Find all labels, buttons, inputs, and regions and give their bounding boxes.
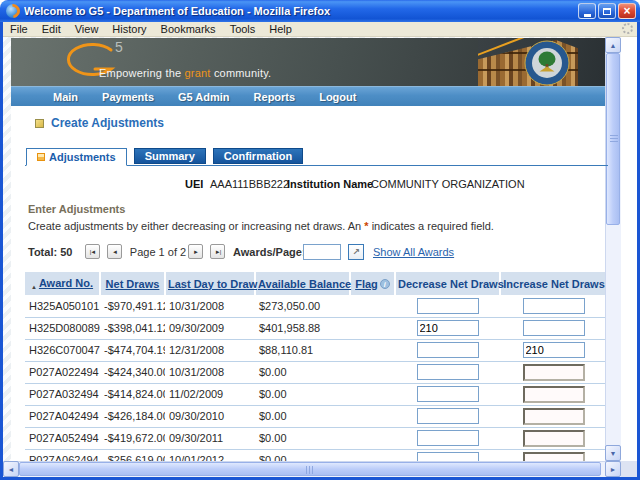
scroll-right-button[interactable]: ► [605,461,621,477]
col-header-flag[interactable]: Flagi [350,272,395,295]
last-day-cell: 11/02/2009 [165,383,255,405]
col-header-award-no[interactable]: ▲Award No. [25,272,100,295]
close-button[interactable]: × [618,3,636,19]
col-header-award-no-label: Award No. [39,277,93,289]
col-header-increase-label: Increase Net Draws [503,278,605,290]
flag-cell [350,405,395,427]
nav-item-logout[interactable]: Logout [307,91,368,103]
restore-button[interactable] [598,3,616,19]
tab-confirmation[interactable]: Confirmation [213,148,303,164]
increase-input[interactable] [523,342,585,358]
decrease-cell [395,449,500,461]
col-header-net-draws[interactable]: Net Draws [100,272,165,295]
table-row: P027A062494 -$256,619.00 10/01/2012 $0.0… [25,449,607,461]
total-count-label: Total: 50 [28,246,72,258]
table-body: H325A050101 -$970,491.12 10/31/2008 $273… [25,295,607,461]
menu-help[interactable]: Help [262,23,299,35]
horizontal-scrollbar[interactable]: ◄ ► [3,461,621,477]
net-draws-cell: -$419,672.00 [100,427,165,449]
tagline-post: community. [211,67,272,79]
col-header-flag-label: Flag [355,278,378,290]
instructions-post: indicates a required field. [369,220,494,232]
section-heading: Enter Adjustments [28,203,125,215]
award-no-cell: P027A032494 [25,383,100,405]
tab-adjustments-label: Adjustments [49,151,116,163]
info-icon[interactable]: i [380,279,390,289]
net-draws-cell: -$424,340.00 [100,361,165,383]
nav-item-reports[interactable]: Reports [242,91,308,103]
vertical-scrollbar-thumb[interactable] [606,53,620,225]
first-page-button[interactable]: |◄ [85,244,100,259]
decrease-input[interactable] [417,320,479,336]
decrease-input[interactable] [417,364,479,380]
increase-input[interactable] [523,364,585,381]
go-button[interactable]: ↗ [348,244,364,260]
next-page-button[interactable]: ► [188,244,203,259]
decrease-input[interactable] [417,298,479,314]
table-row: P027A042494 -$426,184.00 09/30/2010 $0.0… [25,405,607,427]
flag-cell [350,383,395,405]
previous-page-button[interactable]: ◄ [107,244,122,259]
net-draws-cell: -$398,041.12 [100,317,165,339]
last-day-cell: 09/30/2010 [165,405,255,427]
nav-item-main[interactable]: Main [41,91,90,103]
go-arrow-icon: ↗ [352,247,360,257]
increase-input[interactable] [523,408,585,425]
increase-input[interactable] [523,430,585,447]
menu-file[interactable]: File [3,23,35,35]
nav-item-payments[interactable]: Payments [90,91,166,103]
flag-cell [350,449,395,461]
decrease-cell [395,405,500,427]
last-page-button[interactable]: ►| [210,244,225,259]
decrease-input[interactable] [417,386,479,402]
scroll-left-button[interactable]: ◄ [3,461,19,477]
decrease-cell [395,295,500,317]
menu-view[interactable]: View [68,23,106,35]
nav-item-g5-admin[interactable]: G5 Admin [166,91,242,103]
awards-per-page-input[interactable] [303,244,341,260]
available-balance-cell: $88,110.81 [255,339,350,361]
browser-viewport: 5 Empowering the grant community. Main P… [3,37,621,461]
net-draws-cell: -$970,491.12 [100,295,165,317]
sort-ascending-icon: ▲ [31,284,37,290]
minimize-button[interactable] [578,3,596,19]
award-no-cell: H326C070047 [25,339,100,361]
increase-input[interactable] [523,320,585,336]
tab-adjustments[interactable]: Adjustments [26,148,127,166]
increase-input[interactable] [523,386,585,403]
awards-table: ▲Award No. Net Draws Last Day to Draw Av… [25,272,607,461]
horizontal-scrollbar-thumb[interactable] [19,462,601,476]
decrease-input[interactable] [417,452,479,461]
tab-summary[interactable]: Summary [134,148,206,164]
col-header-decrease: Decrease Net Draws [395,272,500,295]
window-titlebar[interactable]: Welcome to G5 - Department of Education … [0,0,640,22]
col-header-last-day[interactable]: Last Day to Draw [165,272,255,295]
menu-tools[interactable]: Tools [223,23,263,35]
increase-input[interactable] [523,298,585,314]
g5-logo-five: 5 [115,39,123,55]
decrease-input[interactable] [417,408,479,424]
last-day-cell: 12/31/2008 [165,339,255,361]
available-balance-cell: $401,958.88 [255,317,350,339]
last-day-cell: 10/01/2012 [165,449,255,461]
show-all-awards-link[interactable]: Show All Awards [373,246,454,258]
decrease-input[interactable] [417,342,479,358]
table-row: P027A022494 -$424,340.00 10/31/2008 $0.0… [25,361,607,383]
entity-summary-row: UEI AAA111BBB222 Institution Name COMMUN… [11,178,608,192]
scroll-down-button[interactable]: ▼ [605,445,621,461]
menu-bookmarks[interactable]: Bookmarks [154,23,223,35]
bullet-icon [35,119,44,128]
increase-input[interactable] [523,452,585,462]
decrease-input[interactable] [417,430,479,446]
main-nav: Main Payments G5 Admin Reports Logout [11,86,608,106]
net-draws-cell: -$414,824.00 [100,383,165,405]
available-balance-cell: $0.00 [255,449,350,461]
vertical-scrollbar[interactable]: ▲ ▼ [605,37,621,461]
scroll-up-button[interactable]: ▲ [605,37,621,53]
menu-edit[interactable]: Edit [35,23,68,35]
menu-bar: File Edit View History Bookmarks Tools H… [3,22,637,37]
col-header-available-balance[interactable]: Available Balance [255,272,350,295]
menu-history[interactable]: History [105,23,153,35]
col-header-decrease-label: Decrease Net Draws [398,278,504,290]
throbber-icon [622,23,633,34]
